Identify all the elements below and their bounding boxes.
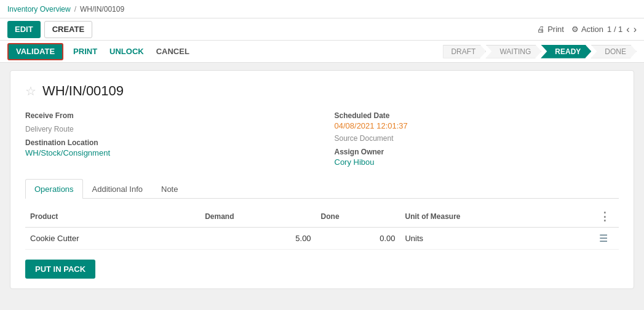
footer-actions: PUT IN PACK [25,260,619,279]
cell-row-action: ☰ [594,228,619,250]
cell-done: 0.00 [316,228,400,250]
col-demand: Demand [200,206,316,228]
page-nav: 1 / 1 ‹ › [607,24,637,35]
destination-location-field: Destination Location WH/Stock/Consignmen… [25,138,310,157]
col-product: Product [25,206,200,228]
create-button[interactable]: CREATE [44,21,92,38]
tab-additional-info[interactable]: Additional Info [83,179,152,199]
next-page-button[interactable]: › [634,24,637,35]
status-draft: DRAFT [443,45,486,58]
table-row: Cookie Cutter 5.00 0.00 Units ☰ [25,228,619,250]
fields-right-col: Scheduled Date 04/08/2021 12:01:37 Sourc… [335,111,619,167]
status-bar: DRAFT WAITING READY DONE [443,45,637,58]
print-button[interactable]: PRINT [71,47,100,56]
prev-page-button[interactable]: ‹ [626,24,629,35]
assign-owner-field: Assign Owner Cory Hibou [335,148,619,167]
edit-button[interactable]: EDIT [7,21,41,38]
row-detail-icon[interactable]: ☰ [599,233,608,244]
toolbar-actions: 🖨 Print ⚙ Action [537,25,603,34]
page-indicator: 1 / 1 [607,25,622,34]
source-document-field: Source Document [335,134,619,144]
status-done: DONE [590,45,637,58]
destination-location-link[interactable]: WH/Stock/Consignment [25,148,310,157]
put-in-pack-button[interactable]: PUT IN PACK [25,260,95,279]
main-content: ☆ WH/IN/00109 Receive From Delivery Rout… [0,63,644,310]
fields-left-col: Receive From Delivery Route Destination … [25,111,310,167]
operations-table: Product Demand Done Unit of Measure ⋮ Co… [25,206,619,250]
table-menu-icon[interactable]: ⋮ [599,210,610,223]
fields-section: Receive From Delivery Route Destination … [25,111,619,167]
receive-from-field: Receive From [25,111,310,121]
validate-button[interactable]: VALIDATE [7,43,63,60]
scheduled-date-value: 04/08/2021 12:01:37 [335,121,619,130]
favorite-star-icon[interactable]: ☆ [25,84,36,98]
breadcrumb-bar: Inventory Overview / WH/IN/00109 [0,0,644,18]
scheduled-date-field: Scheduled Date 04/08/2021 12:01:37 [335,111,619,130]
top-toolbar: EDIT CREATE 🖨 Print ⚙ Action 1 / 1 ‹ › [0,18,644,41]
breadcrumb-separator: / [74,5,76,14]
breadcrumb-parent[interactable]: Inventory Overview [7,5,71,14]
delivery-route-field: Delivery Route [25,125,310,135]
cell-product: Cookie Cutter [25,228,200,250]
record-title: WH/IN/00109 [42,83,124,99]
print-action-button[interactable]: 🖨 Print [537,25,564,34]
status-waiting: WAITING [485,45,541,58]
status-ready: READY [541,45,591,58]
cell-uom: Units [400,228,594,250]
action-toolbar: VALIDATE PRINT UNLOCK CANCEL DRAFT WAITI… [0,41,644,63]
unlock-button[interactable]: UNLOCK [107,47,146,56]
col-done: Done [316,206,400,228]
tabs-bar: Operations Additional Info Note [25,179,619,199]
tab-operations[interactable]: Operations [25,179,83,199]
assign-owner-link[interactable]: Cory Hibou [335,157,619,167]
action-action-button[interactable]: ⚙ Action [571,25,603,34]
print-icon: 🖨 [537,25,545,34]
record-card: ☆ WH/IN/00109 Receive From Delivery Rout… [10,70,634,289]
tab-note[interactable]: Note [152,179,187,199]
breadcrumb-current: WH/IN/00109 [80,5,124,14]
record-header: ☆ WH/IN/00109 [25,83,619,99]
cell-demand: 5.00 [200,228,316,250]
col-uom: Unit of Measure [400,206,594,228]
cancel-button[interactable]: CANCEL [154,47,192,56]
col-actions: ⋮ [594,206,619,228]
gear-icon: ⚙ [571,25,579,34]
